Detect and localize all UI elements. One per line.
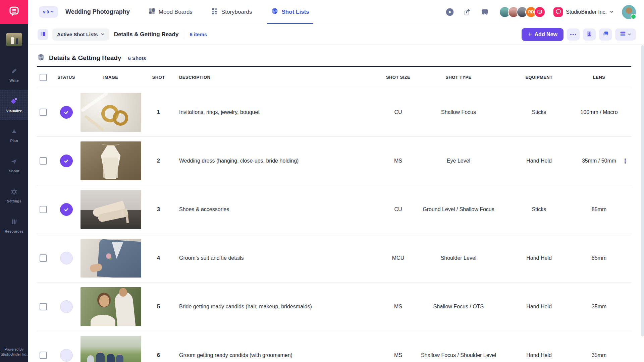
column-header-description: DESCRIPTION [174, 75, 210, 80]
sidebar-item-label: Settings [7, 199, 21, 203]
tab-shot-lists[interactable]: Shot Lists [271, 0, 309, 24]
scrollbar-thumb[interactable] [641, 45, 644, 337]
shot-image[interactable] [80, 93, 141, 132]
table-header: STATUS IMAGE SHOT DESCRIPTION SHOT SIZE … [37, 67, 631, 88]
lens[interactable]: 85mm [592, 254, 606, 262]
equipment[interactable]: Hand Held [526, 303, 552, 310]
sidebar-item-write[interactable]: Write [0, 60, 28, 90]
sidebar-item-resources[interactable]: Resources [0, 210, 28, 241]
shot-size[interactable]: MS [394, 351, 402, 359]
table-row: 4 Groom’s suit and tie details MCU Shoul… [37, 234, 631, 283]
sidebar-item-label: Plan [10, 139, 18, 143]
status-toggle[interactable] [60, 203, 73, 216]
status-toggle[interactable] [60, 349, 73, 362]
row-checkbox[interactable] [40, 352, 47, 359]
shot-image[interactable] [80, 336, 141, 362]
sidebar-item-plan[interactable]: Plan [0, 120, 28, 150]
user-avatar[interactable] [622, 5, 636, 19]
table-row: 1 Invitations, rings, jewelry, bouquet C… [37, 88, 631, 137]
sidebar-item-label: Visualize [6, 109, 22, 113]
version-selector[interactable]: v 0 [39, 6, 58, 18]
select-all-checkbox[interactable] [40, 74, 47, 81]
lens[interactable]: 100mm / Macro [580, 108, 618, 116]
project-thumbnail[interactable] [6, 33, 22, 46]
status-toggle[interactable] [60, 300, 73, 313]
write-icon [10, 67, 18, 76]
shot-description[interactable]: Shoes & accessories [174, 205, 236, 213]
shot-size[interactable]: MCU [392, 254, 404, 262]
equipment[interactable]: Hand Held [526, 254, 552, 262]
powered-by[interactable]: Powered By StudioBinder Inc. [1, 347, 28, 358]
shot-description[interactable]: Invitations, rings, jewelry, bouquet [174, 108, 266, 116]
shot-description[interactable]: Wedding dress (hanging, close-ups, bride… [174, 157, 305, 165]
column-header-lens: LENS [593, 75, 605, 80]
sidebar-item-label: Shoot [9, 169, 19, 173]
shot-image[interactable] [80, 141, 141, 180]
row-checkbox[interactable] [40, 254, 47, 262]
row-menu-icon[interactable]: ⋮ [622, 157, 629, 165]
status-toggle[interactable] [60, 252, 73, 264]
equipment[interactable]: Hand Held [526, 351, 552, 359]
row-checkbox[interactable] [40, 303, 47, 310]
lens[interactable]: 85mm [592, 205, 606, 213]
column-header-shot-type: SHOT TYPE [445, 75, 471, 80]
shot-size[interactable]: MS [394, 157, 402, 165]
shot-type[interactable]: Shallow Focus / OTS [433, 303, 484, 310]
sidebar-item-shoot[interactable]: Shoot [0, 150, 28, 180]
export-pdf-button[interactable] [583, 28, 596, 41]
shot-description[interactable]: Groom getting ready candids (with grooms… [174, 351, 299, 359]
layout-view-button[interactable] [615, 28, 636, 41]
table-row: 5 Bride getting ready candids (hair, mak… [37, 283, 631, 331]
shot-size[interactable]: MS [394, 303, 402, 310]
equipment[interactable]: Sticks [532, 205, 546, 213]
shot-description[interactable]: Groom’s suit and tie details [174, 254, 251, 262]
shot-type[interactable]: Shoulder Level [441, 254, 477, 262]
lens[interactable]: 35mm / 50mm [582, 157, 616, 165]
scrollbar[interactable] [641, 45, 644, 362]
tab-storyboards[interactable]: Storyboards [211, 0, 252, 24]
list-title: Details & Getting Ready [114, 31, 179, 38]
play-button[interactable] [445, 8, 454, 16]
shot-image[interactable] [80, 239, 141, 278]
shot-description[interactable]: Bride getting ready candids (hair, makeu… [174, 303, 319, 310]
tab-mood-boards[interactable]: Mood Boards [149, 0, 193, 24]
comments-icon[interactable] [480, 8, 489, 16]
status-toggle[interactable] [60, 106, 73, 119]
column-header-equipment: EQUIPMENT [526, 75, 553, 80]
equipment[interactable]: Hand Held [526, 157, 552, 165]
speech-bubble-icon [8, 6, 20, 18]
lens[interactable]: 35mm [592, 351, 606, 359]
org-switcher[interactable]: StudioBinder Inc. [553, 7, 614, 17]
sidebar-item-label: Write [9, 78, 18, 82]
row-checkbox[interactable] [40, 109, 47, 116]
more-options-button[interactable] [567, 28, 580, 41]
share-icon[interactable] [463, 8, 472, 16]
shot-image[interactable] [80, 190, 141, 229]
shot-type[interactable]: Shallow Focus [441, 108, 476, 116]
status-toggle[interactable] [60, 155, 73, 167]
shot-size[interactable]: CU [394, 205, 402, 213]
shot-type[interactable]: Shallow Focus / Shoulder Level [421, 351, 496, 359]
add-new-button[interactable]: + Add New [522, 28, 564, 41]
org-logo [553, 7, 563, 17]
studiobinder-logo[interactable] [0, 0, 28, 24]
equipment[interactable]: Sticks [532, 108, 546, 116]
sidebar-item-settings[interactable]: Settings [0, 180, 28, 210]
avatar-studiobinder[interactable] [534, 6, 545, 18]
shot-image[interactable] [80, 287, 141, 326]
chevron-down-icon [101, 32, 105, 37]
sidebar-item-label: Resources [5, 229, 23, 233]
row-checkbox[interactable] [40, 206, 47, 213]
panel-toggle-button[interactable] [38, 29, 48, 40]
present-comments-button[interactable] [599, 28, 612, 41]
shot-number: 1 [157, 108, 160, 116]
lens[interactable]: 35mm [592, 303, 606, 310]
shot-type[interactable]: Ground Level / Shallow Focus [423, 205, 494, 213]
shot-list-selector[interactable]: Active Shot Lists [52, 28, 109, 41]
sidebar-item-visualize[interactable]: Visualize [0, 90, 28, 120]
shot-type[interactable]: Eye Level [447, 157, 470, 165]
row-checkbox[interactable] [40, 157, 47, 165]
shot-size[interactable]: CU [394, 108, 402, 116]
plan-icon [10, 128, 18, 136]
shot-number: 2 [157, 157, 160, 165]
